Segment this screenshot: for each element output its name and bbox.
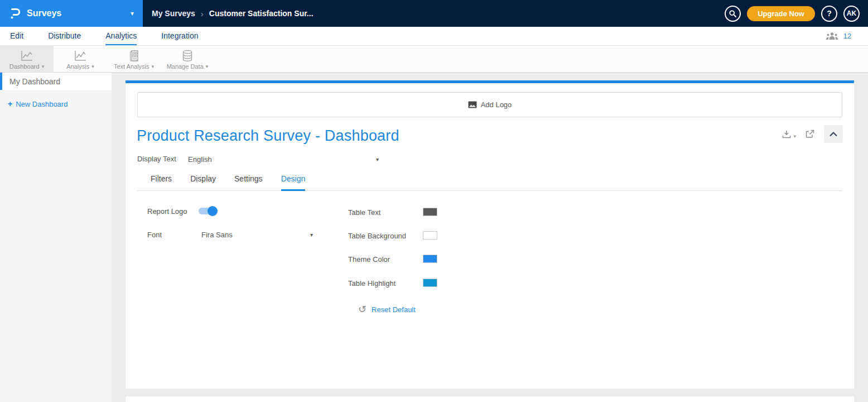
tab-display[interactable]: Display <box>190 174 216 191</box>
chevron-down-icon: ▾ <box>91 64 94 69</box>
theme-color-swatch[interactable] <box>423 255 437 263</box>
proprofs-logo-icon <box>9 7 21 20</box>
theme-color-label: Theme Color <box>348 255 390 264</box>
share-button[interactable] <box>805 129 815 139</box>
report-logo-toggle[interactable] <box>199 208 216 214</box>
upgrade-now-button[interactable]: Upgrade Now <box>747 6 815 21</box>
settings-tabs: Filters Display Settings Design <box>137 174 842 191</box>
font-label: Font <box>147 231 162 239</box>
search-button[interactable] <box>725 6 741 22</box>
table-background-swatch[interactable] <box>423 231 437 240</box>
reset-default-label: Reset Default <box>372 305 416 314</box>
toolbar-text-analysis-label: Text Analysis <box>114 63 150 70</box>
new-dashboard-label: New Dashboard <box>16 100 67 108</box>
sidebar-item-my-dashboard[interactable]: My Dashboard <box>0 73 112 90</box>
chevron-down-icon: ▾ <box>793 133 796 139</box>
help-button[interactable]: ? <box>821 6 837 22</box>
breadcrumb-my-surveys[interactable]: My Surveys <box>152 9 195 18</box>
font-value: Fira Sans <box>201 231 233 239</box>
chevron-down-icon: ▾ <box>152 64 155 69</box>
analysis-chart-icon <box>73 49 88 63</box>
table-background-label: Table Background <box>348 232 406 240</box>
my-dashboard-label: My Dashboard <box>9 77 60 86</box>
database-icon <box>180 49 195 63</box>
collaborators-count[interactable]: 12 <box>843 32 851 40</box>
display-text-row: Display Text English ▾ <box>137 154 383 165</box>
download-button[interactable]: ▾ <box>782 130 796 139</box>
add-logo-label: Add Logo <box>481 100 512 109</box>
dashboard-actions: ▾ <box>782 125 843 143</box>
toolbar-analysis-button[interactable]: Analysis▾ <box>54 46 107 72</box>
collaborators-icon[interactable] <box>826 32 838 40</box>
image-icon <box>468 101 477 108</box>
tab-settings[interactable]: Settings <box>234 174 263 191</box>
question-mark-icon: ? <box>827 9 832 18</box>
display-text-label: Display Text <box>137 155 176 163</box>
collapse-panel-button[interactable] <box>824 125 843 143</box>
font-select[interactable]: Fira Sans ▾ <box>201 229 313 240</box>
product-name: Surveys <box>27 8 61 18</box>
analytics-toolbar: Dashboard▾ Analysis▾ Tex <box>0 46 868 73</box>
toolbar-manage-data-label: Manage Data <box>167 63 204 70</box>
search-icon <box>729 9 737 18</box>
chevron-down-icon: ▾ <box>206 64 209 69</box>
topbar-actions: Upgrade Now ? AK <box>725 6 860 22</box>
tab-analytics[interactable]: Analytics <box>105 27 137 45</box>
report-logo-label: Report Logo <box>147 207 187 216</box>
chevron-down-icon: ▾ <box>42 64 45 69</box>
avatar[interactable]: AK <box>843 6 860 22</box>
toggle-knob <box>208 206 218 216</box>
breadcrumb-separator: › <box>201 9 204 18</box>
table-text-label: Table Text <box>348 208 380 217</box>
dashboard-sidebar: My Dashboard + New Dashboard <box>0 73 112 402</box>
breadcrumb-current-survey: Customer Satisfaction Sur... <box>209 9 314 18</box>
survey-nav: Edit Distribute Analytics Integration 12 <box>0 27 868 46</box>
dashboard-panel: Add Logo Product Research Survey - Dashb… <box>126 80 854 389</box>
plus-icon: + <box>8 99 12 108</box>
text-analysis-icon <box>127 49 141 63</box>
language-value: English <box>188 155 212 164</box>
toolbar-manage-data-button[interactable]: Manage Data▾ <box>161 46 214 72</box>
toolbar-dashboard-button[interactable]: Dashboard▾ <box>0 46 54 72</box>
add-logo-dropzone[interactable]: Add Logo <box>137 92 842 117</box>
chevron-down-icon: ▾ <box>310 232 313 238</box>
card-accent-bar <box>126 80 854 83</box>
product-switcher[interactable]: Surveys ▾ <box>0 0 143 27</box>
table-highlight-swatch[interactable] <box>423 279 437 287</box>
chevron-down-icon: ▾ <box>131 9 134 17</box>
tab-edit[interactable]: Edit <box>10 27 23 45</box>
toolbar-analysis-label: Analysis <box>66 63 89 70</box>
tab-distribute[interactable]: Distribute <box>48 27 81 45</box>
chevron-up-icon <box>829 131 838 137</box>
toolbar-text-analysis-button[interactable]: Text Analysis▾ <box>107 46 161 72</box>
reset-icon: ↺ <box>358 304 367 314</box>
table-highlight-label: Table Highlight <box>348 279 396 288</box>
avatar-initials: AK <box>847 9 856 17</box>
new-dashboard-button[interactable]: + New Dashboard <box>8 99 112 108</box>
next-section-card <box>126 396 854 402</box>
chevron-down-icon: ▾ <box>376 156 379 162</box>
language-select[interactable]: English ▾ <box>188 154 379 165</box>
tab-integration[interactable]: Integration <box>161 27 198 45</box>
table-text-swatch[interactable] <box>423 208 437 216</box>
dashboard-chart-icon <box>20 49 34 63</box>
page-title: Product Research Survey - Dashboard <box>137 127 399 145</box>
tab-filters[interactable]: Filters <box>151 174 172 191</box>
top-bar: Surveys ▾ My Surveys › Customer Satisfac… <box>0 0 868 27</box>
breadcrumb: My Surveys › Customer Satisfaction Sur..… <box>152 9 314 18</box>
tab-design[interactable]: Design <box>281 174 306 191</box>
toolbar-dashboard-label: Dashboard <box>9 63 40 70</box>
download-icon <box>782 130 792 139</box>
reset-default-button[interactable]: ↺ Reset Default <box>358 304 416 314</box>
